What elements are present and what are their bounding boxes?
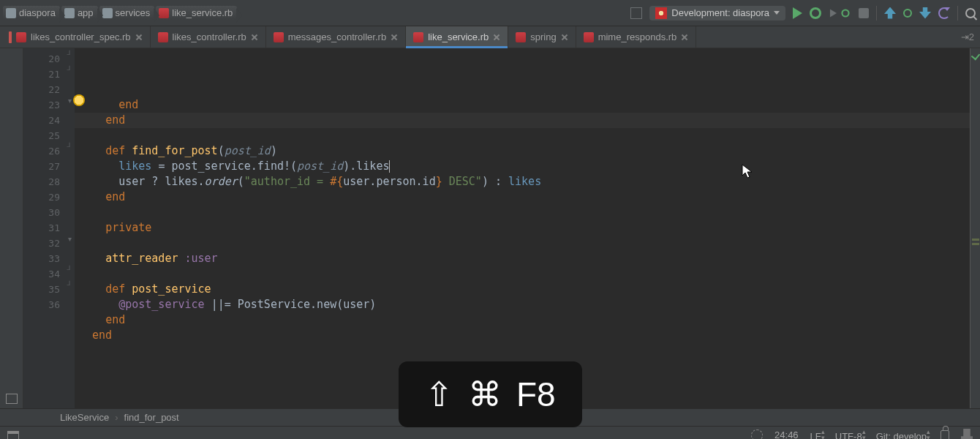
code-line[interactable]: attr_reader :user <box>79 251 970 266</box>
line-number[interactable]: 30 <box>23 205 60 220</box>
code-line[interactable]: def find_for_post(post_id) <box>79 143 970 159</box>
folder-icon <box>64 8 75 18</box>
tab-label: messages_controller.rb <box>288 31 386 42</box>
close-icon[interactable] <box>135 34 143 41</box>
code-area[interactable]: end end def find_for_post(post_id) likes… <box>75 48 970 408</box>
line-number[interactable]: 28 <box>23 174 60 190</box>
code-line[interactable] <box>79 343 970 359</box>
code-line[interactable]: likes = post_service.find!(post_id).like… <box>79 159 970 174</box>
tool-window-strip-left[interactable] <box>0 48 23 408</box>
editor-tab[interactable]: likes_controller_spec.rb <box>1 26 151 48</box>
ruby-file-icon <box>158 32 168 42</box>
search-everywhere-icon[interactable] <box>965 8 976 18</box>
close-icon[interactable] <box>391 34 398 41</box>
line-number[interactable]: 29 <box>23 190 60 205</box>
key-cmd: ⌘ <box>468 375 502 414</box>
line-number[interactable]: 36 <box>23 297 60 312</box>
file-encoding[interactable]: UTF-8▴▾ <box>835 429 864 440</box>
fold-marker[interactable]: ┘ <box>66 143 73 151</box>
background-tasks-icon[interactable] <box>751 429 763 440</box>
tab-list-menu[interactable]: ⇥2 <box>955 31 980 42</box>
key-shift: ⇧ <box>425 375 453 414</box>
breadcrumb-node[interactable]: LikeService <box>60 412 109 423</box>
gutter[interactable]: 2021222324252627282930313233343536 <box>23 48 64 408</box>
close-icon[interactable] <box>681 34 688 41</box>
fold-marker[interactable]: ▾ <box>66 97 73 105</box>
fold-marker[interactable]: ┘ <box>66 266 73 274</box>
tool-windows-icon[interactable] <box>7 431 19 440</box>
breadcrumb-node[interactable]: find_for_post <box>124 412 179 423</box>
close-icon[interactable] <box>561 34 568 41</box>
line-number[interactable]: 23 <box>23 97 60 113</box>
line-number[interactable]: 33 <box>23 251 60 266</box>
code-line[interactable]: end <box>79 312 970 328</box>
run-with-coverage-button[interactable] <box>829 7 851 19</box>
chevron-down-icon <box>774 11 780 15</box>
line-number[interactable]: 20 <box>23 51 60 67</box>
line-number[interactable]: 24 <box>23 113 60 128</box>
editor-tab[interactable]: spring <box>508 26 576 48</box>
error-stripe[interactable] <box>970 48 980 408</box>
code-line[interactable]: private <box>79 220 970 236</box>
breadcrumb-item[interactable]: like_service.rb <box>156 6 237 20</box>
caret-position[interactable]: 24:46 <box>774 429 799 439</box>
breadcrumb-item[interactable]: services <box>99 6 155 20</box>
close-icon[interactable] <box>493 34 500 41</box>
intention-bulb-icon[interactable] <box>73 94 85 106</box>
run-button[interactable] <box>793 7 802 19</box>
editor-tab[interactable]: mime_responds.rb <box>576 26 697 48</box>
code-line[interactable] <box>79 205 970 220</box>
stripe-mark[interactable] <box>972 243 979 245</box>
fold-marker[interactable]: ▾ <box>66 236 73 243</box>
breadcrumb-item[interactable]: diaspora <box>3 6 60 20</box>
code-line[interactable]: user ? likes.order("author_id = #{user.p… <box>79 174 970 190</box>
debug-button[interactable] <box>810 7 821 19</box>
code-line[interactable]: end <box>79 328 970 343</box>
code-line[interactable]: end <box>79 113 970 128</box>
line-number[interactable]: 34 <box>23 266 60 282</box>
folder-icon <box>6 8 16 18</box>
fold-marker[interactable]: ┘ <box>66 67 73 74</box>
line-number[interactable]: 35 <box>23 282 60 297</box>
editor-tab[interactable]: messages_controller.rb <box>266 26 406 48</box>
rails-icon <box>655 7 667 19</box>
run-anything-icon[interactable] <box>630 7 642 19</box>
project-toolwindow-icon[interactable] <box>6 394 18 404</box>
line-number[interactable]: 26 <box>23 143 60 159</box>
line-number[interactable]: 32 <box>23 236 60 251</box>
line-number[interactable]: 27 <box>23 159 60 174</box>
tab-label: mime_responds.rb <box>598 31 677 42</box>
hector-icon[interactable] <box>961 429 973 440</box>
code-line[interactable]: def post_service <box>79 282 970 297</box>
close-icon[interactable] <box>251 34 258 41</box>
line-number[interactable]: 22 <box>23 82 60 97</box>
breadcrumb[interactable]: diasporaappserviceslike_service.rb <box>3 6 237 20</box>
fold-marker[interactable]: ┘ <box>66 282 73 289</box>
breadcrumb-item[interactable]: app <box>61 6 98 20</box>
inspection-ok-icon <box>971 51 980 61</box>
line-separator[interactable]: LF▴▾ <box>810 429 823 440</box>
line-number[interactable]: 31 <box>23 220 60 236</box>
git-branch[interactable]: Git: develop▴▾ <box>876 429 929 440</box>
code-line[interactable] <box>79 236 970 251</box>
code-line[interactable] <box>79 128 970 143</box>
code-line[interactable]: end <box>79 97 970 113</box>
fold-marker[interactable]: ┘ <box>66 51 73 59</box>
stripe-mark[interactable] <box>972 239 979 241</box>
code-line[interactable]: @post_service ||= PostService.new(user) <box>79 297 970 312</box>
git-commit-icon[interactable] <box>903 9 912 18</box>
git-pull-icon[interactable] <box>884 7 896 19</box>
line-number[interactable]: 21 <box>23 67 60 82</box>
line-number[interactable]: 25 <box>23 128 60 143</box>
run-config-selector[interactable]: Development: diaspora <box>649 6 785 20</box>
tab-label: like_service.rb <box>428 31 489 42</box>
breadcrumb-label: like_service.rb <box>172 7 233 18</box>
editor-tab[interactable]: likes_controller.rb <box>151 26 266 48</box>
editor-tab[interactable]: like_service.rb <box>406 26 508 48</box>
code-line[interactable]: end <box>79 190 970 205</box>
git-revert-icon[interactable] <box>938 7 950 19</box>
readonly-lock-icon[interactable] <box>941 430 949 440</box>
git-push-icon[interactable] <box>919 7 931 19</box>
stop-button[interactable] <box>859 8 869 18</box>
code-line[interactable] <box>79 266 970 282</box>
